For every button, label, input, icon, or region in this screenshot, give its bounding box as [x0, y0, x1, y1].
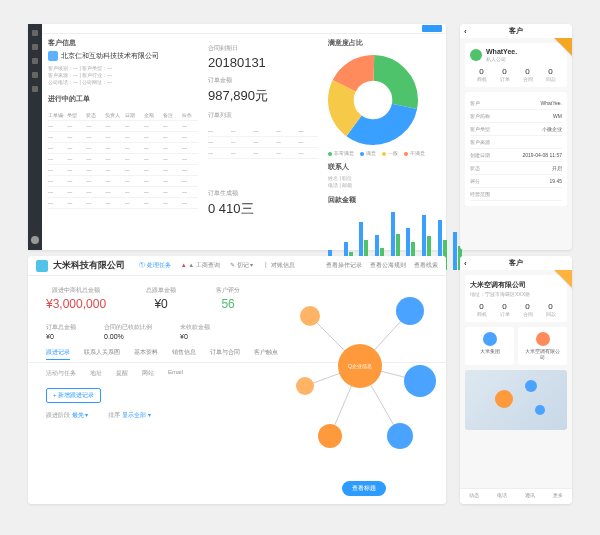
- stat[interactable]: 0商机: [477, 302, 487, 317]
- tab[interactable]: 联系人关系图: [84, 348, 120, 360]
- filter[interactable]: Email: [168, 369, 183, 378]
- crm-dashboard: 客户信息 北京仁和互动科技技术有限公司 客户级别：— | 客户类型：—客户来源：…: [28, 24, 446, 250]
- page-title: 客户: [509, 26, 523, 36]
- info-row: 客户WhatYee.: [470, 97, 562, 110]
- header-tabs: ① 处理任务 ▲ ▲ 工商查询 ✎ 切记 ▾ 丨 对账信息: [139, 261, 295, 270]
- table-row[interactable]: ————————: [48, 132, 198, 143]
- view-button[interactable]: 查看标题: [342, 481, 386, 496]
- filter[interactable]: 地址: [90, 369, 102, 378]
- info-row: 状态开启: [470, 162, 562, 175]
- kpi-label: 订单生成额: [208, 189, 318, 198]
- graph-node: [525, 380, 537, 392]
- stat[interactable]: 0订单: [500, 67, 510, 82]
- link[interactable]: 查看线索: [414, 261, 438, 270]
- tab[interactable]: 丨 对账信息: [263, 261, 295, 270]
- link[interactable]: 查看操作记录: [326, 261, 362, 270]
- kpi-value: 987,890元: [208, 87, 318, 105]
- nav-item[interactable]: 通讯: [516, 489, 544, 504]
- new-button[interactable]: [422, 25, 442, 32]
- info-list: 客户WhatYee. 客户简称WM 客户类型小微企业 客户来源 创建日期2019…: [465, 92, 567, 206]
- stat-row: 0商机 0订单 0合同 0回款: [470, 302, 562, 317]
- table-row[interactable]: —————: [208, 148, 318, 159]
- add-followup-button[interactable]: + 新增跟进记录: [46, 388, 101, 403]
- kpi-label: 订单列表: [208, 111, 318, 120]
- avatar-icon: [470, 49, 482, 61]
- avatar[interactable]: [31, 236, 39, 244]
- nav-icon[interactable]: [32, 30, 38, 36]
- ticket-table: 工单编号类型状态负责人日期金额备注操作 ———————— ———————— ——…: [48, 110, 198, 209]
- order-list: ————— ————— —————: [208, 126, 318, 159]
- nav-item[interactable]: 更多: [544, 489, 572, 504]
- customer-detail: 大米科技有限公司 ① 处理任务 ▲ ▲ 工商查询 ✎ 切记 ▾ 丨 对账信息 查…: [28, 256, 446, 504]
- filter[interactable]: 网站: [142, 369, 154, 378]
- filter[interactable]: 活动与任务: [46, 369, 76, 378]
- table-row[interactable]: ————————: [48, 187, 198, 198]
- table-row[interactable]: ————————: [48, 165, 198, 176]
- link[interactable]: 查看公海规则: [370, 261, 406, 270]
- svg-point-13: [300, 306, 320, 326]
- tab[interactable]: ① 处理任务: [139, 261, 171, 270]
- customer-icon: [48, 51, 58, 61]
- back-icon[interactable]: ‹: [464, 259, 467, 268]
- nav-item[interactable]: 电话: [488, 489, 516, 504]
- stat[interactable]: 0合同: [523, 67, 533, 82]
- info-row: 创建日期2019-04-08 11:57: [470, 149, 562, 162]
- filter[interactable]: 提醒: [116, 369, 128, 378]
- recommend-card[interactable]: 大米集团: [465, 327, 514, 365]
- dropdown[interactable]: 显示全部 ▾: [122, 412, 151, 418]
- kpi: 跟进中商机总金额¥3,000,000: [46, 286, 106, 311]
- kpi: 客户评分56: [216, 286, 240, 311]
- table-row[interactable]: ————————: [48, 198, 198, 209]
- tab[interactable]: ▲ ▲ 工商查询: [181, 261, 220, 270]
- stat[interactable]: 0回款: [546, 67, 556, 82]
- tab[interactable]: 销售信息: [172, 348, 196, 360]
- tab[interactable]: 订单与合同: [210, 348, 240, 360]
- tab[interactable]: 跟进记录: [46, 348, 70, 360]
- tab[interactable]: 基本资料: [134, 348, 158, 360]
- table-row[interactable]: ————————: [48, 143, 198, 154]
- svg-point-15: [296, 377, 314, 395]
- info-row: 客户类型小微企业: [470, 123, 562, 136]
- table-header: 工单编号类型状态负责人日期金额备注操作: [48, 110, 198, 121]
- card-icon: [483, 332, 497, 346]
- dropdown[interactable]: 最先 ▾: [72, 412, 89, 418]
- table-row[interactable]: ————————: [48, 176, 198, 187]
- customer-name: 北京仁和互动科技技术有限公司: [61, 51, 159, 61]
- info-row: 经营范围: [470, 188, 562, 201]
- graph-thumbnail[interactable]: [465, 370, 567, 430]
- tab[interactable]: ✎ 切记 ▾: [230, 261, 253, 270]
- contact-title: 联系人: [328, 162, 466, 172]
- nav-icon[interactable]: [32, 58, 38, 64]
- header: 大米科技有限公司 ① 处理任务 ▲ ▲ 工商查询 ✎ 切记 ▾ 丨 对账信息 查…: [28, 256, 446, 276]
- table-row[interactable]: —————: [208, 126, 318, 137]
- stat[interactable]: 0回款: [546, 302, 556, 317]
- customer-row[interactable]: 北京仁和互动科技技术有限公司: [48, 51, 198, 61]
- info-row: 客户简称WM: [470, 110, 562, 123]
- stat[interactable]: 0商机: [477, 67, 487, 82]
- contact-meta: 姓名 | 职位电话 | 邮箱: [328, 175, 466, 189]
- logo-icon: [36, 260, 48, 272]
- stat[interactable]: 0合同: [523, 302, 533, 317]
- recommend-card[interactable]: 大米空调有限公司: [518, 327, 567, 365]
- tab[interactable]: 客户触点: [254, 348, 278, 360]
- nav-icon[interactable]: [32, 72, 38, 78]
- back-icon[interactable]: ‹: [464, 27, 467, 36]
- table-row[interactable]: ————————: [48, 154, 198, 165]
- stat[interactable]: 0订单: [500, 302, 510, 317]
- table-row[interactable]: ————————: [48, 121, 198, 132]
- chart-title: 满意度占比: [328, 38, 466, 48]
- customer-card: WhatYee.私人公司 0商机 0订单 0合同 0回款: [465, 43, 567, 87]
- table-row[interactable]: —————: [208, 137, 318, 148]
- kpi: 总跟单金额¥0: [146, 286, 176, 311]
- kpi-label: 订单金额: [208, 76, 318, 85]
- svg-point-5: [356, 83, 390, 117]
- nav-icon[interactable]: [32, 44, 38, 50]
- mobile-customer-recommend: ‹客户 大米空调有限公司 地址：宁波市海曙区XXX路 0商机 0订单 0合同 0…: [460, 256, 572, 504]
- kpi-value: 0 410三: [208, 200, 318, 218]
- svg-point-14: [396, 297, 424, 325]
- relationship-graph[interactable]: Q企业信息: [280, 286, 440, 464]
- nav-icon[interactable]: [32, 86, 38, 92]
- customer-card: 大米空调有限公司 地址：宁波市海曙区XXX路 0商机 0订单 0合同 0回款: [465, 275, 567, 322]
- graph-node: [495, 390, 513, 408]
- nav-item[interactable]: 动态: [460, 489, 488, 504]
